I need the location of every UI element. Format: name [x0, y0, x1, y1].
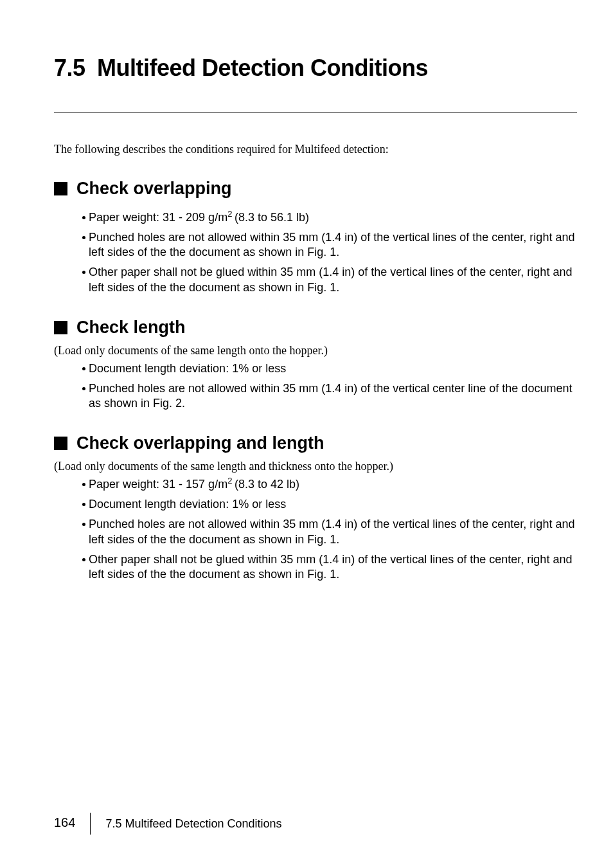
footer-divider-icon	[90, 813, 91, 835]
list-item: Document length deviation: 1% or less	[82, 497, 576, 512]
item-pre: Paper weight: 31 - 157 g/m	[89, 478, 227, 491]
intro-text: The following describes the conditions r…	[54, 143, 574, 156]
divider-line	[54, 113, 577, 113]
square-marker-icon	[54, 437, 67, 450]
list-item: Punched holes are not allowed within 35 …	[82, 381, 576, 411]
list-item: Other paper shall not be glued within 35…	[82, 265, 576, 294]
square-marker-icon	[54, 321, 67, 334]
section-number: 7.5	[54, 55, 85, 82]
footer-text: 7.5 Multifeed Detection Conditions	[105, 817, 281, 830]
subheading-check-length: Check length	[54, 317, 574, 338]
subheading-text: Check length	[76, 318, 186, 337]
square-marker-icon	[54, 182, 67, 195]
bullet-list-length: Document length deviation: 1% or less Pu…	[82, 361, 576, 411]
section-heading: 7.5 Multifeed Detection Conditions	[54, 55, 574, 82]
list-item: Paper weight: 31 - 157 g/m2 (8.3 to 42 l…	[82, 477, 576, 492]
subheading-note: (Load only documents of the same length …	[54, 460, 574, 473]
item-pre: Paper weight: 31 - 209 g/m	[89, 211, 227, 224]
item-sup: 2	[227, 209, 235, 219]
item-post: (8.3 to 42 lb)	[235, 478, 299, 491]
subheading-text: Check overlapping and length	[76, 433, 324, 453]
list-item: Paper weight: 31 - 209 g/m2 (8.3 to 56.1…	[82, 210, 576, 225]
list-item: Punched holes are not allowed within 35 …	[82, 517, 576, 547]
section-title: Multifeed Detection Conditions	[97, 55, 428, 82]
bullet-list-overlapping-length: Paper weight: 31 - 157 g/m2 (8.3 to 42 l…	[82, 477, 576, 581]
list-item: Document length deviation: 1% or less	[82, 361, 576, 376]
page-footer: 164 7.5 Multifeed Detection Conditions	[54, 813, 282, 835]
bullet-list-overlapping: Paper weight: 31 - 209 g/m2 (8.3 to 56.1…	[82, 210, 576, 294]
subheading-check-overlapping: Check overlapping	[54, 178, 574, 199]
subheading-check-overlapping-length: Check overlapping and length	[54, 433, 574, 453]
list-item: Other paper shall not be glued within 35…	[82, 552, 576, 582]
subheading-note: (Load only documents of the same length …	[54, 344, 574, 357]
page-root: 7.5 Multifeed Detection Conditions The f…	[0, 0, 613, 868]
subheading-text: Check overlapping	[76, 179, 232, 198]
page-number: 164	[54, 815, 75, 829]
item-sup: 2	[227, 476, 235, 485]
item-post: (8.3 to 56.1 lb)	[235, 211, 309, 224]
list-item: Punched holes are not allowed within 35 …	[82, 230, 576, 260]
